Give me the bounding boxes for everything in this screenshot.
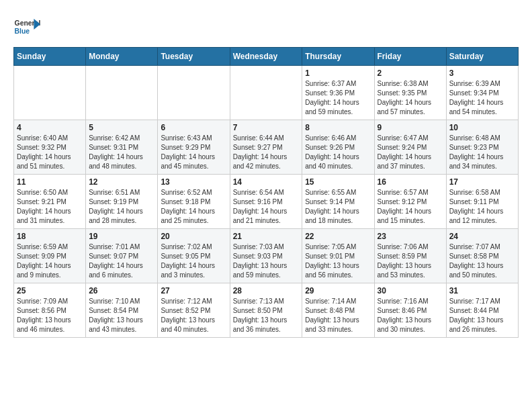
day-number: 5 bbox=[89, 123, 154, 132]
day-info: Sunrise: 6:54 AM Sunset: 9:16 PM Dayligh… bbox=[233, 188, 300, 226]
day-number: 26 bbox=[89, 286, 154, 295]
day-number: 22 bbox=[305, 232, 371, 241]
weekday-header-thursday: Thursday bbox=[302, 48, 374, 66]
calendar-cell: 16Sunrise: 6:57 AM Sunset: 9:12 PM Dayli… bbox=[374, 175, 446, 229]
calendar-week-3: 11Sunrise: 6:50 AM Sunset: 9:21 PM Dayli… bbox=[14, 175, 519, 229]
calendar-cell: 15Sunrise: 6:55 AM Sunset: 9:14 PM Dayli… bbox=[302, 175, 374, 229]
day-info: Sunrise: 6:37 AM Sunset: 9:36 PM Dayligh… bbox=[305, 79, 371, 117]
weekday-header-sunday: Sunday bbox=[14, 48, 86, 66]
weekday-header-friday: Friday bbox=[374, 48, 446, 66]
calendar-cell: 3Sunrise: 6:39 AM Sunset: 9:34 PM Daylig… bbox=[446, 66, 518, 120]
calendar-cell bbox=[86, 66, 158, 120]
day-info: Sunrise: 6:38 AM Sunset: 9:35 PM Dayligh… bbox=[378, 79, 443, 117]
day-info: Sunrise: 6:50 AM Sunset: 9:21 PM Dayligh… bbox=[17, 188, 83, 226]
calendar-cell: 12Sunrise: 6:51 AM Sunset: 9:19 PM Dayli… bbox=[86, 175, 158, 229]
svg-text:Blue: Blue bbox=[15, 28, 30, 35]
calendar-cell: 11Sunrise: 6:50 AM Sunset: 9:21 PM Dayli… bbox=[14, 175, 86, 229]
calendar-cell: 7Sunrise: 6:44 AM Sunset: 9:27 PM Daylig… bbox=[230, 120, 302, 175]
calendar-cell: 18Sunrise: 6:59 AM Sunset: 9:09 PM Dayli… bbox=[14, 229, 86, 283]
day-info: Sunrise: 6:43 AM Sunset: 9:29 PM Dayligh… bbox=[161, 134, 226, 171]
day-info: Sunrise: 6:57 AM Sunset: 9:12 PM Dayligh… bbox=[378, 188, 443, 226]
calendar-cell: 25Sunrise: 7:09 AM Sunset: 8:56 PM Dayli… bbox=[14, 283, 86, 338]
calendar-cell: 8Sunrise: 6:46 AM Sunset: 9:26 PM Daylig… bbox=[302, 120, 374, 175]
day-number: 12 bbox=[89, 177, 154, 187]
day-info: Sunrise: 6:42 AM Sunset: 9:31 PM Dayligh… bbox=[89, 134, 154, 171]
calendar-cell bbox=[230, 66, 302, 120]
calendar-cell: 1Sunrise: 6:37 AM Sunset: 9:36 PM Daylig… bbox=[302, 66, 374, 120]
calendar-cell: 19Sunrise: 7:01 AM Sunset: 9:07 PM Dayli… bbox=[86, 229, 158, 283]
day-number: 30 bbox=[378, 286, 443, 295]
calendar-cell bbox=[158, 66, 230, 120]
day-number: 16 bbox=[378, 177, 443, 187]
calendar-cell: 14Sunrise: 6:54 AM Sunset: 9:16 PM Dayli… bbox=[230, 175, 302, 229]
calendar-cell: 13Sunrise: 6:52 AM Sunset: 9:18 PM Dayli… bbox=[158, 175, 230, 229]
day-number: 7 bbox=[233, 123, 300, 132]
day-info: Sunrise: 7:05 AM Sunset: 9:01 PM Dayligh… bbox=[305, 242, 371, 280]
day-info: Sunrise: 6:59 AM Sunset: 9:09 PM Dayligh… bbox=[17, 242, 83, 280]
day-number: 11 bbox=[17, 177, 83, 187]
calendar-week-4: 18Sunrise: 6:59 AM Sunset: 9:09 PM Dayli… bbox=[14, 229, 519, 283]
calendar-cell: 27Sunrise: 7:12 AM Sunset: 8:52 PM Dayli… bbox=[158, 283, 230, 338]
day-number: 10 bbox=[449, 123, 515, 132]
day-number: 27 bbox=[161, 286, 226, 295]
day-info: Sunrise: 7:13 AM Sunset: 8:50 PM Dayligh… bbox=[233, 297, 300, 334]
day-info: Sunrise: 7:02 AM Sunset: 9:05 PM Dayligh… bbox=[161, 242, 226, 280]
calendar-week-2: 4Sunrise: 6:40 AM Sunset: 9:32 PM Daylig… bbox=[14, 120, 519, 175]
day-number: 20 bbox=[161, 232, 226, 241]
weekday-header-monday: Monday bbox=[86, 48, 158, 66]
calendar-cell: 28Sunrise: 7:13 AM Sunset: 8:50 PM Dayli… bbox=[230, 283, 302, 338]
calendar-cell: 29Sunrise: 7:14 AM Sunset: 8:48 PM Dayli… bbox=[302, 283, 374, 338]
calendar-week-5: 25Sunrise: 7:09 AM Sunset: 8:56 PM Dayli… bbox=[14, 283, 519, 338]
day-info: Sunrise: 6:58 AM Sunset: 9:11 PM Dayligh… bbox=[449, 188, 515, 226]
calendar-cell: 23Sunrise: 7:06 AM Sunset: 8:59 PM Dayli… bbox=[374, 229, 446, 283]
day-info: Sunrise: 6:55 AM Sunset: 9:14 PM Dayligh… bbox=[305, 188, 371, 226]
day-info: Sunrise: 7:10 AM Sunset: 8:54 PM Dayligh… bbox=[89, 297, 154, 334]
calendar-cell bbox=[14, 66, 86, 120]
calendar-cell: 4Sunrise: 6:40 AM Sunset: 9:32 PM Daylig… bbox=[14, 120, 86, 175]
day-info: Sunrise: 6:52 AM Sunset: 9:18 PM Dayligh… bbox=[161, 188, 226, 226]
calendar-table: SundayMondayTuesdayWednesdayThursdayFrid… bbox=[13, 47, 519, 338]
day-info: Sunrise: 7:06 AM Sunset: 8:59 PM Dayligh… bbox=[378, 242, 443, 280]
logo: General Blue bbox=[13, 13, 44, 40]
calendar-cell: 6Sunrise: 6:43 AM Sunset: 9:29 PM Daylig… bbox=[158, 120, 230, 175]
weekday-header-saturday: Saturday bbox=[446, 48, 518, 66]
day-number: 19 bbox=[89, 232, 154, 241]
day-number: 17 bbox=[449, 177, 515, 187]
page-header: General Blue bbox=[13, 13, 519, 40]
day-number: 29 bbox=[305, 286, 371, 295]
day-number: 21 bbox=[233, 232, 300, 241]
weekday-header-tuesday: Tuesday bbox=[158, 48, 230, 66]
calendar-cell: 22Sunrise: 7:05 AM Sunset: 9:01 PM Dayli… bbox=[302, 229, 374, 283]
day-info: Sunrise: 6:51 AM Sunset: 9:19 PM Dayligh… bbox=[89, 188, 154, 226]
day-number: 4 bbox=[17, 123, 83, 132]
day-info: Sunrise: 7:03 AM Sunset: 9:03 PM Dayligh… bbox=[233, 242, 300, 280]
calendar-cell: 17Sunrise: 6:58 AM Sunset: 9:11 PM Dayli… bbox=[446, 175, 518, 229]
day-info: Sunrise: 6:39 AM Sunset: 9:34 PM Dayligh… bbox=[449, 79, 515, 117]
calendar-cell: 24Sunrise: 7:07 AM Sunset: 8:58 PM Dayli… bbox=[446, 229, 518, 283]
day-info: Sunrise: 6:48 AM Sunset: 9:23 PM Dayligh… bbox=[449, 134, 515, 171]
day-number: 9 bbox=[378, 123, 443, 132]
day-number: 25 bbox=[17, 286, 83, 295]
calendar-cell: 9Sunrise: 6:47 AM Sunset: 9:24 PM Daylig… bbox=[374, 120, 446, 175]
calendar-cell: 26Sunrise: 7:10 AM Sunset: 8:54 PM Dayli… bbox=[86, 283, 158, 338]
calendar-cell: 30Sunrise: 7:16 AM Sunset: 8:46 PM Dayli… bbox=[374, 283, 446, 338]
day-info: Sunrise: 7:14 AM Sunset: 8:48 PM Dayligh… bbox=[305, 297, 371, 334]
day-number: 18 bbox=[17, 232, 83, 241]
day-number: 13 bbox=[161, 177, 226, 187]
calendar-cell: 10Sunrise: 6:48 AM Sunset: 9:23 PM Dayli… bbox=[446, 120, 518, 175]
calendar-cell: 31Sunrise: 7:17 AM Sunset: 8:44 PM Dayli… bbox=[446, 283, 518, 338]
day-info: Sunrise: 7:07 AM Sunset: 8:58 PM Dayligh… bbox=[449, 242, 515, 280]
calendar-cell: 21Sunrise: 7:03 AM Sunset: 9:03 PM Dayli… bbox=[230, 229, 302, 283]
day-number: 14 bbox=[233, 177, 300, 187]
day-number: 3 bbox=[449, 68, 515, 78]
calendar-cell: 20Sunrise: 7:02 AM Sunset: 9:05 PM Dayli… bbox=[158, 229, 230, 283]
day-info: Sunrise: 7:09 AM Sunset: 8:56 PM Dayligh… bbox=[17, 297, 83, 334]
day-number: 1 bbox=[305, 68, 371, 78]
calendar-week-1: 1Sunrise: 6:37 AM Sunset: 9:36 PM Daylig… bbox=[14, 66, 519, 120]
day-number: 31 bbox=[449, 286, 515, 295]
calendar-cell: 5Sunrise: 6:42 AM Sunset: 9:31 PM Daylig… bbox=[86, 120, 158, 175]
day-info: Sunrise: 6:44 AM Sunset: 9:27 PM Dayligh… bbox=[233, 134, 300, 171]
day-info: Sunrise: 6:40 AM Sunset: 9:32 PM Dayligh… bbox=[17, 134, 83, 171]
day-info: Sunrise: 6:46 AM Sunset: 9:26 PM Dayligh… bbox=[305, 134, 371, 171]
calendar-cell: 2Sunrise: 6:38 AM Sunset: 9:35 PM Daylig… bbox=[374, 66, 446, 120]
